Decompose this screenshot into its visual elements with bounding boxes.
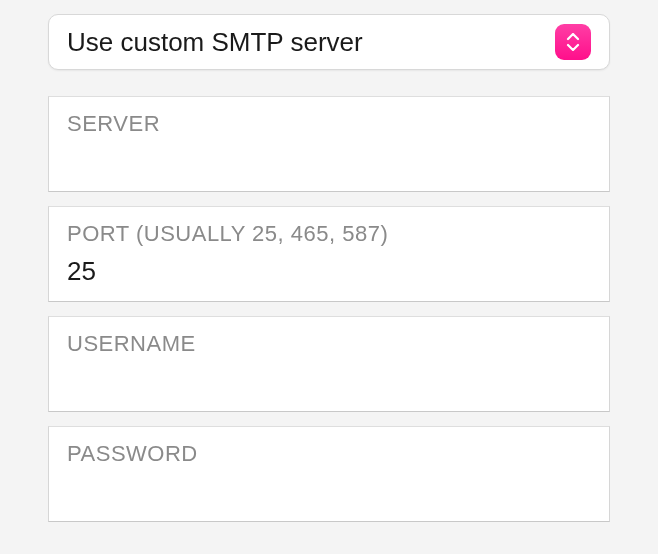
- server-input[interactable]: [67, 143, 591, 179]
- password-label: PASSWORD: [67, 441, 591, 467]
- port-label: PORT (USUALLY 25, 465, 587): [67, 221, 591, 247]
- password-input[interactable]: [67, 473, 591, 509]
- port-input[interactable]: [67, 253, 591, 289]
- password-field-container: PASSWORD: [48, 426, 610, 522]
- dropdown-selected-label: Use custom SMTP server: [67, 27, 555, 58]
- server-field-container: SERVER: [48, 96, 610, 192]
- chevron-up-down-icon: [555, 24, 591, 60]
- username-input[interactable]: [67, 363, 591, 399]
- server-label: SERVER: [67, 111, 591, 137]
- username-field-container: USERNAME: [48, 316, 610, 412]
- port-field-container: PORT (USUALLY 25, 465, 587): [48, 206, 610, 302]
- smtp-mode-dropdown[interactable]: Use custom SMTP server: [48, 14, 610, 70]
- username-label: USERNAME: [67, 331, 591, 357]
